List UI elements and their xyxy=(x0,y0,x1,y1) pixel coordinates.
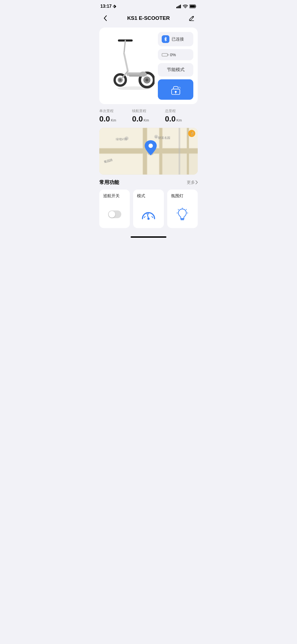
svg-point-51 xyxy=(147,218,150,220)
svg-line-11 xyxy=(124,53,128,71)
unlock-icon xyxy=(170,84,181,95)
stat-single-unit: Km xyxy=(111,118,116,122)
svg-rect-30 xyxy=(160,128,162,174)
svg-rect-2 xyxy=(178,6,179,8)
mode-label: 模式 xyxy=(137,193,160,199)
svg-text:🍴: 🍴 xyxy=(190,131,195,136)
light-bulb-icon xyxy=(176,208,188,221)
svg-text:⌂: ⌂ xyxy=(155,135,157,138)
stat-range-value: 0.0 xyxy=(132,115,143,123)
svg-rect-38 xyxy=(178,128,180,174)
eco-mode-label: 节能模式 xyxy=(167,67,185,72)
svg-line-58 xyxy=(178,209,179,210)
right-controls: 已连接 0% 节能模式 xyxy=(158,32,193,100)
svg-point-49 xyxy=(148,144,153,148)
features-title: 常用功能 xyxy=(99,179,119,186)
bluetooth-label: 已连接 xyxy=(172,37,184,42)
svg-point-5 xyxy=(185,8,186,8)
stat-range-value-row: 0.0 Km xyxy=(132,115,165,123)
svg-point-22 xyxy=(139,72,147,77)
unlock-button[interactable] xyxy=(158,79,193,100)
mode-icon-wrap xyxy=(137,204,160,224)
map-svg: 绿地V岛 财富名园 葡园路 ⌂ ⌂ 🍴 xyxy=(99,128,198,175)
svg-rect-3 xyxy=(179,6,180,9)
map-view[interactable]: 绿地V岛 财富名园 葡园路 ⌂ ⌂ 🍴 xyxy=(99,128,198,175)
stat-range-unit: Km xyxy=(144,118,149,122)
features-header: 常用功能 更多 xyxy=(99,179,198,186)
feature-mode[interactable]: 模式 xyxy=(133,190,164,228)
cruise-control-icon-wrap xyxy=(103,204,126,224)
time-display: 13:17 xyxy=(100,4,112,9)
features-more-btn[interactable]: 更多 xyxy=(187,180,198,185)
svg-line-10 xyxy=(124,40,125,53)
svg-line-52 xyxy=(144,217,145,218)
feature-ambient-light[interactable]: 氛围灯 xyxy=(167,190,198,228)
wifi-icon xyxy=(183,4,188,8)
stat-single-value-row: 0.0 Km xyxy=(99,115,132,123)
eco-mode-btn[interactable]: 节能模式 xyxy=(158,63,193,77)
stat-total-label: 总里程 xyxy=(165,109,198,113)
svg-text:⌂: ⌂ xyxy=(126,137,127,140)
status-time: 13:17 xyxy=(100,4,116,9)
stat-single-label: 单次里程 xyxy=(99,109,132,113)
svg-rect-4 xyxy=(180,5,181,8)
svg-marker-0 xyxy=(114,5,116,6)
speed-mode-icon xyxy=(141,208,156,220)
battery-status-icon xyxy=(189,4,197,8)
battery-bar-outer xyxy=(162,53,168,56)
svg-rect-32 xyxy=(99,154,142,175)
feature-cruise-control[interactable]: 巡航开关 xyxy=(99,190,130,228)
stat-single-value: 0.0 xyxy=(99,115,110,123)
cruise-toggle[interactable] xyxy=(108,210,121,218)
svg-point-18 xyxy=(119,79,121,81)
svg-rect-34 xyxy=(147,154,159,175)
location-arrow-icon xyxy=(113,5,116,8)
stats-row: 单次里程 0.0 Km 续航里程 0.0 Km 总里程 0.0 Km xyxy=(95,109,202,128)
stat-total-value-row: 0.0 Km xyxy=(165,115,198,123)
header: KS1 E-SCOOTER xyxy=(95,10,202,28)
scooter-svg xyxy=(104,32,155,90)
edit-button[interactable] xyxy=(187,13,197,23)
ambient-light-label: 氛围灯 xyxy=(171,193,194,199)
status-bar: 13:17 xyxy=(95,0,202,10)
home-indicator xyxy=(95,234,202,243)
page-title: KS1 E-SCOOTER xyxy=(110,15,187,21)
stat-single-distance: 单次里程 0.0 Km xyxy=(99,109,132,123)
battery-indicator xyxy=(162,53,168,56)
svg-rect-1 xyxy=(176,7,177,8)
svg-point-15 xyxy=(145,79,148,82)
stat-range: 续航里程 0.0 Km xyxy=(132,109,165,123)
features-grid: 巡航开关 模式 氛围灯 xyxy=(99,190,198,228)
signal-icon xyxy=(176,4,181,8)
svg-rect-29 xyxy=(143,128,147,174)
svg-rect-36 xyxy=(163,154,198,175)
features-section: 常用功能 更多 巡航开关 模式 xyxy=(95,179,202,234)
back-button[interactable] xyxy=(100,13,110,23)
cruise-control-label: 巡航开关 xyxy=(103,193,126,199)
features-more-label: 更多 xyxy=(187,180,195,185)
status-icons xyxy=(176,4,197,8)
battery-percent-label: 0% xyxy=(170,52,176,57)
edit-icon xyxy=(189,15,195,21)
ambient-light-icon-wrap xyxy=(171,204,194,224)
chevron-right-icon xyxy=(196,180,198,184)
stat-range-label: 续航里程 xyxy=(132,109,165,113)
bluetooth-icon-badge xyxy=(162,35,169,43)
svg-line-54 xyxy=(152,217,153,218)
home-bar xyxy=(131,236,166,238)
bluetooth-status-btn[interactable]: 已连接 xyxy=(158,32,193,46)
bluetooth-icon xyxy=(164,37,167,41)
scooter-image xyxy=(104,32,155,87)
battery-status-btn[interactable]: 0% xyxy=(158,49,193,60)
stat-total-distance: 总里程 0.0 Km xyxy=(165,109,198,123)
stat-total-unit: Km xyxy=(177,118,182,122)
device-card: 已连接 0% 节能模式 xyxy=(99,28,198,104)
stat-total-value: 0.0 xyxy=(165,115,176,123)
back-icon xyxy=(104,15,107,21)
svg-text:财富名园: 财富名园 xyxy=(158,136,170,139)
svg-rect-7 xyxy=(190,5,195,8)
svg-line-59 xyxy=(186,209,187,210)
toggle-thumb xyxy=(109,211,115,218)
